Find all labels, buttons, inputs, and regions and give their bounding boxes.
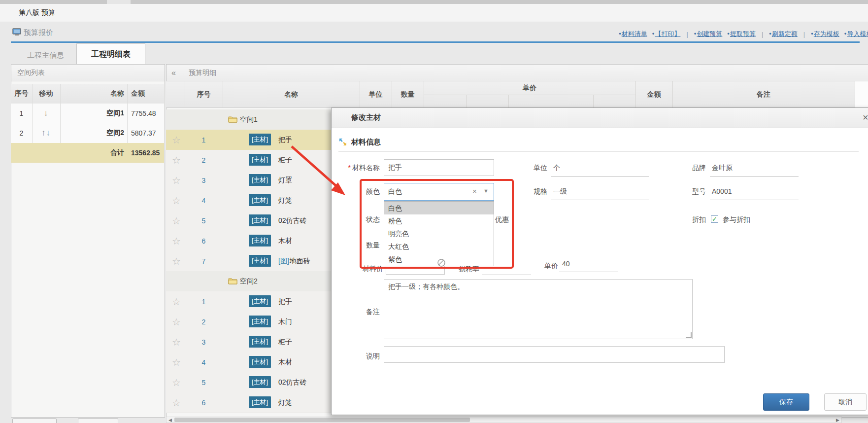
textarea-resize-grip[interactable] [686,332,692,338]
main-material-badge: [主材] [249,255,271,267]
space-list-title: 空间列表 [17,65,45,81]
toolbar-link-import-template[interactable]: •导入模板/预 [844,30,868,38]
remark-textarea[interactable]: 把手一级；有各种颜色。 [384,279,693,339]
toolbar-link-refresh-quota[interactable]: •刷新定额 [769,30,798,38]
material-name-input[interactable]: 把手 [384,159,494,176]
chevron-down-icon[interactable]: ▼ [483,188,489,194]
color-combobox[interactable]: 白色 [384,183,494,201]
close-icon[interactable]: × [863,112,868,123]
unit-price-input[interactable]: 40 [562,260,570,268]
star-icon[interactable]: ☆ [170,130,183,150]
star-icon[interactable]: ☆ [170,291,183,312]
material-price-label: 材料价 [341,265,383,274]
star-icon[interactable]: ☆ [170,170,183,190]
partial-button[interactable] [78,418,118,423]
toolbar-separator: | [686,31,688,38]
header-amount: 金额 [635,81,672,107]
col-name: 名称 [60,84,127,104]
unit-input[interactable]: 个 [553,164,560,173]
horizontal-scrollbar[interactable]: ◀ ▶ [166,417,842,423]
total-label: 合计 [60,143,127,163]
section-divider [338,151,859,152]
main-material-badge: [主材] [249,134,271,145]
dropdown-option[interactable]: 粉色 [384,214,494,227]
edit-material-dialog: 修改主材 × 材料信息 *材料名称 把手 单位 个 品牌 金叶原 颜色 白色 ×… [331,107,868,415]
dropdown-resize-grip[interactable] [437,258,446,269]
space-table-header: 序号 移动 名称 金额 [11,84,164,104]
scrollbar-thumb[interactable] [174,418,470,422]
image-tag[interactable]: [图] [278,257,289,266]
star-icon[interactable]: ☆ [170,231,183,251]
required-mark: * [348,164,351,172]
dropdown-option[interactable]: 明亮色 [384,227,494,240]
star-icon[interactable]: ☆ [170,150,183,170]
window-title: 第八版 预算 [19,8,55,17]
discount-checkbox-label: 参与折扣 [723,215,750,224]
dialog-header[interactable]: 修改主材 × [332,108,868,128]
main-material-badge: [主材] [249,154,271,166]
tab-project-main-info[interactable]: 工程主信息 [15,47,76,64]
toolbar-link-extract-budget[interactable]: •提取预算 [727,30,756,38]
toolbar-link-material-list[interactable]: •材料清单 [619,30,647,38]
color-dropdown-list: 白色 粉色 明亮色 大红色 紫色 [384,201,494,266]
discount-checkbox[interactable]: ✓ [711,215,718,223]
main-material-badge: [主材] [249,336,271,348]
scroll-left-icon[interactable]: ◀ [167,417,174,423]
cancel-button[interactable]: 取消 [824,393,867,411]
dropdown-option[interactable]: 大红色 [384,240,494,253]
scroll-right-icon[interactable]: ▶ [834,417,841,423]
model-input[interactable]: A0001 [712,187,732,195]
note-input[interactable] [384,346,725,363]
main-material-badge: [主材] [249,316,271,327]
move-up-down-icon[interactable]: ↑↓ [41,128,51,138]
space-row[interactable]: 2 ↑↓ 空间2 5807.37 [11,123,164,143]
folder-icon [228,277,237,286]
move-down-icon[interactable]: ↓ [44,108,49,118]
window-titlebar: 第八版 预算 [0,4,868,22]
main-material-badge: [主材] [249,194,271,206]
qty-label: 数量 [332,241,380,250]
remark-label: 备注 [351,308,380,317]
main-material-badge: [主材] [249,396,271,408]
toolbar-link-save-template[interactable]: •存为模板 [811,30,839,38]
star-icon[interactable]: ☆ [170,352,183,372]
brand-input[interactable]: 金叶原 [712,164,733,173]
header-qty: 数量 [392,81,424,107]
main-material-badge: [主材] [249,356,271,368]
header-unit-price-group: 单价 [424,81,635,95]
header-extra-cell [855,81,868,107]
main-material-badge: [主材] [249,174,271,186]
monitor-icon [12,28,21,37]
star-icon[interactable]: ☆ [170,211,183,231]
tab-project-detail-sheet[interactable]: 工程明细表 [76,43,145,65]
section-title: 材料信息 [351,138,381,147]
collapse-sidebar-icon[interactable]: « [171,65,176,81]
toolbar-links: •材料清单 •【打印】 | •创建预算 •提取预算 | •刷新定额 | •存为模… [619,30,868,38]
star-icon[interactable]: ☆ [170,332,183,352]
toolbar-link-print[interactable]: •【打印】 [652,30,681,38]
section-arrows-icon [338,138,347,148]
star-icon[interactable]: ☆ [170,372,183,392]
star-icon[interactable]: ☆ [170,392,183,413]
header-note: 备注 [672,81,855,107]
space-list-header: 空间列表 [11,65,165,81]
star-icon[interactable]: ☆ [170,190,183,211]
color-label: 颜色 [332,187,380,196]
spec-input[interactable]: 一级 [553,187,567,196]
star-icon[interactable]: ☆ [170,312,183,332]
check-icon: ✓ [712,215,717,223]
toolbar-link-create-budget[interactable]: •创建预算 [694,30,723,38]
partial-button[interactable] [12,418,57,423]
budget-detail-header: « 预算明细 [167,65,868,81]
offer-label: 优惠 [495,215,515,224]
save-button[interactable]: 保存 [763,393,809,411]
budget-app-screen: 第八版 预算 预算报价 •材料清单 •【打印】 | •创建预算 •提取预算 | … [0,0,868,423]
star-icon[interactable]: ☆ [170,251,183,271]
detail-table-header: 序号 名称 单位 数量 单价 金额 备注 [166,81,868,108]
header-name: 名称 [223,81,360,107]
clear-icon[interactable]: × [472,187,477,195]
main-material-badge: [主材] [249,376,271,388]
space-row[interactable]: 1 ↓ 空间1 7755.48 [11,104,164,124]
dropdown-option[interactable]: 白色 [384,202,494,214]
total-amount: 13562.85 [127,143,164,163]
